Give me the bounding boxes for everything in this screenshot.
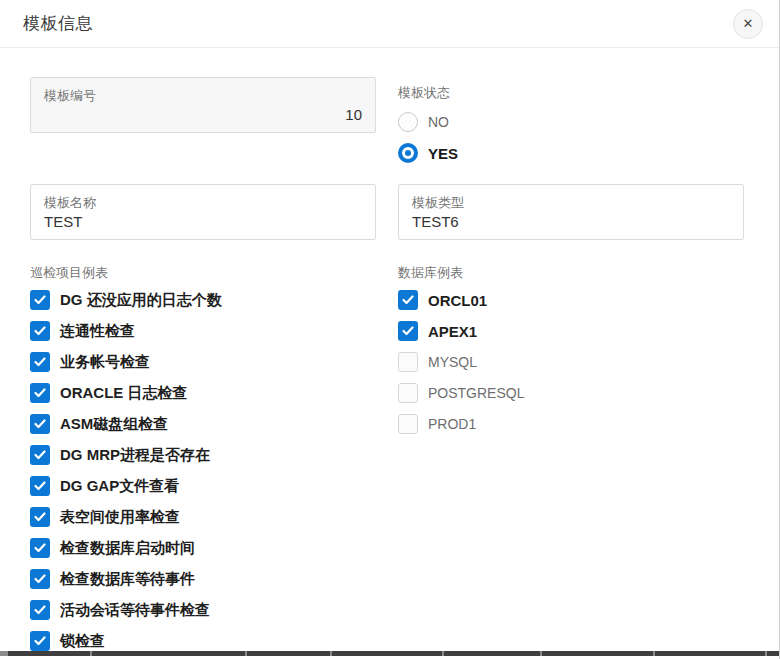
checkbox-label: DG 还没应用的日志个数 <box>60 291 222 310</box>
check-icon <box>34 574 46 584</box>
checkbox-label: ASM磁盘组检查 <box>60 415 168 434</box>
radio-icon[interactable] <box>398 112 418 132</box>
checkbox-label: DG GAP文件查看 <box>60 477 179 496</box>
checkbox[interactable] <box>398 414 418 434</box>
checkbox-item[interactable]: ORCL01 <box>398 290 744 310</box>
checkbox[interactable] <box>30 538 50 558</box>
check-icon <box>34 419 46 429</box>
row-id-status: 模板编号 10 模板状态 NO YES <box>30 77 744 163</box>
checkbox-item[interactable]: POSTGRESQL <box>398 383 744 403</box>
checkbox-item[interactable]: DG GAP文件查看 <box>30 476 376 496</box>
checkbox-label: APEX1 <box>428 323 477 340</box>
checkbox-label: ORACLE 日志检查 <box>60 384 188 403</box>
table-column-divider <box>765 651 767 656</box>
close-icon: ✕ <box>743 17 754 30</box>
checkbox-label: ORCL01 <box>428 292 487 309</box>
template-name-value: TEST <box>44 213 362 230</box>
row-name-type: 模板名称 TEST 模板类型 TEST6 <box>30 184 744 240</box>
checkbox-label: MYSQL <box>428 354 477 370</box>
template-type-label: 模板类型 <box>412 194 730 212</box>
checkbox-item[interactable]: ORACLE 日志检查 <box>30 383 376 403</box>
checkbox[interactable] <box>30 352 50 372</box>
checkbox-label: 检查数据库启动时间 <box>60 539 195 558</box>
checkbox[interactable] <box>30 600 50 620</box>
modal-title: 模板信息 <box>23 12 93 35</box>
check-icon <box>402 326 414 336</box>
database-list-section: 数据库例表 ORCL01 APEX1 MYSQL POSTGRESQL PROD… <box>398 265 744 445</box>
checkbox-label: 连通性检查 <box>60 322 135 341</box>
template-id-value: 10 <box>44 106 362 123</box>
close-button[interactable]: ✕ <box>733 9 763 39</box>
radio-option-label: YES <box>428 145 458 162</box>
template-name-field[interactable]: 模板名称 TEST <box>30 184 376 240</box>
checkbox-item[interactable]: DG MRP进程是否存在 <box>30 445 376 465</box>
check-icon <box>34 295 46 305</box>
table-column-divider <box>245 651 247 656</box>
checkbox-label: POSTGRESQL <box>428 385 524 401</box>
checkbox[interactable] <box>398 352 418 372</box>
check-icon <box>34 326 46 336</box>
check-icon <box>34 388 46 398</box>
template-info-modal: 模板信息 ✕ 模板编号 10 模板状态 NO YES <box>0 0 780 659</box>
table-left-border <box>0 651 8 656</box>
inspection-items-section: 巡检项目例表 DG 还没应用的日志个数 连通性检查 业务帐号检查 O <box>30 265 376 659</box>
checkbox-item[interactable]: 活动会话等待事件检查 <box>30 600 376 620</box>
template-id-field: 模板编号 10 <box>30 77 376 133</box>
template-name-label: 模板名称 <box>44 194 362 212</box>
inspection-list-header: 巡检项目例表 <box>30 265 376 281</box>
check-icon <box>34 636 46 646</box>
check-icon <box>402 295 414 305</box>
template-id-label: 模板编号 <box>44 87 362 105</box>
checkbox-item[interactable]: 表空间使用率检查 <box>30 507 376 527</box>
template-status-group: 模板状态 NO YES <box>398 77 744 163</box>
check-icon <box>34 357 46 367</box>
checkbox-item[interactable]: MYSQL <box>398 352 744 372</box>
checkbox[interactable] <box>30 631 50 651</box>
row-check-lists: 巡检项目例表 DG 还没应用的日志个数 连通性检查 业务帐号检查 O <box>30 265 744 659</box>
template-type-value: TEST6 <box>412 213 730 230</box>
template-status-label: 模板状态 <box>398 85 744 101</box>
checkbox-item[interactable]: 检查数据库等待事件 <box>30 569 376 589</box>
checkbox[interactable] <box>30 445 50 465</box>
checkbox[interactable] <box>398 321 418 341</box>
checkbox-item[interactable]: ASM磁盘组检查 <box>30 414 376 434</box>
table-column-divider <box>653 651 655 656</box>
checkbox[interactable] <box>30 476 50 496</box>
check-icon <box>34 543 46 553</box>
checkbox[interactable] <box>30 321 50 341</box>
modal-header: 模板信息 ✕ <box>0 0 780 48</box>
template-type-field[interactable]: 模板类型 TEST6 <box>398 184 744 240</box>
checkbox-item[interactable]: 业务帐号检查 <box>30 352 376 372</box>
checkbox[interactable] <box>30 569 50 589</box>
checkbox-label: PROD1 <box>428 416 476 432</box>
checkbox-label: 活动会话等待事件检查 <box>60 601 210 620</box>
checkbox-label: DG MRP进程是否存在 <box>60 446 210 465</box>
radio-option-label: NO <box>428 114 449 130</box>
database-list: ORCL01 APEX1 MYSQL POSTGRESQL PROD1 <box>398 290 744 434</box>
checkbox-item[interactable]: 连通性检查 <box>30 321 376 341</box>
checkbox-item[interactable]: 检查数据库启动时间 <box>30 538 376 558</box>
radio-option-no[interactable]: NO <box>398 112 744 132</box>
radio-option-yes[interactable]: YES <box>398 143 744 163</box>
modal-body: 模板编号 10 模板状态 NO YES 模板名称 TEST <box>0 48 780 659</box>
checkbox[interactable] <box>30 290 50 310</box>
checkbox[interactable] <box>30 383 50 403</box>
checkbox-item[interactable]: 锁检查 <box>30 631 376 651</box>
checkbox-label: 检查数据库等待事件 <box>60 570 195 589</box>
database-list-header: 数据库例表 <box>398 265 744 281</box>
check-icon <box>34 605 46 615</box>
checkbox-item[interactable]: DG 还没应用的日志个数 <box>30 290 376 310</box>
inspection-list: DG 还没应用的日志个数 连通性检查 业务帐号检查 ORACLE 日志检查 AS <box>30 290 376 651</box>
checkbox-item[interactable]: APEX1 <box>398 321 744 341</box>
radio-icon[interactable] <box>398 143 418 163</box>
checkbox[interactable] <box>398 383 418 403</box>
table-column-divider <box>90 651 92 656</box>
checkbox[interactable] <box>398 290 418 310</box>
check-icon <box>34 450 46 460</box>
checkbox[interactable] <box>30 507 50 527</box>
checkbox-label: 锁检查 <box>60 632 105 651</box>
checkbox[interactable] <box>30 414 50 434</box>
table-column-divider <box>540 651 542 656</box>
check-icon <box>34 481 46 491</box>
checkbox-item[interactable]: PROD1 <box>398 414 744 434</box>
